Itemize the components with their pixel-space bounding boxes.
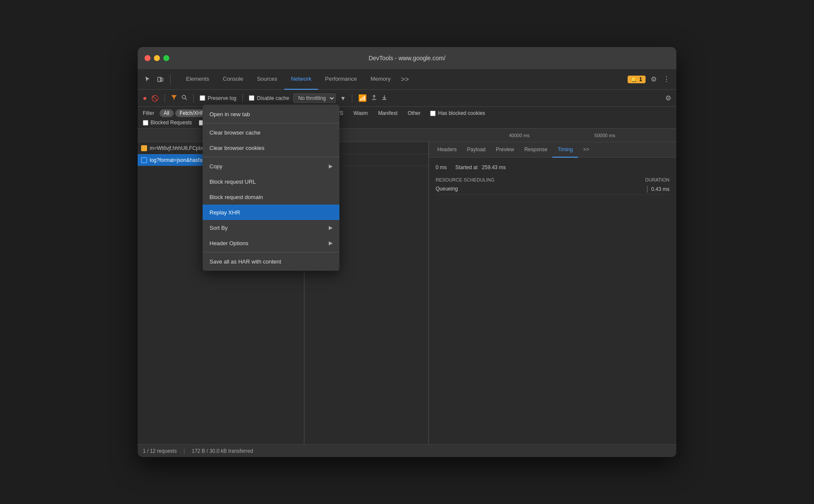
ctx-separator-3 <box>203 252 339 252</box>
tab-toolbar: Elements Console Sources Network Perform… <box>138 69 676 90</box>
filter-wasm[interactable]: Wasm <box>349 109 372 117</box>
tab-timing[interactable]: Timing <box>552 142 578 158</box>
tab-elements[interactable]: Elements <box>179 69 216 90</box>
title-bar: DevTools - www.google.com/ <box>138 47 676 69</box>
preserve-log-checkbox[interactable]: Preserve log <box>200 95 236 101</box>
ctx-clear-cookies[interactable]: Clear browser cookies <box>203 140 339 155</box>
throttle-dropdown-icon[interactable]: ▼ <box>340 95 346 102</box>
tab-sources[interactable]: Sources <box>250 69 284 90</box>
queueing-label: Queueing <box>436 186 458 193</box>
svg-point-2 <box>182 95 186 99</box>
bell-icon: 🔔 <box>631 76 637 82</box>
tab-response[interactable]: Response <box>519 142 552 158</box>
ctx-save-har[interactable]: Save all as HAR with content <box>203 254 339 269</box>
toolbar-right: 🔔 1 ⚙ ⋮ <box>628 75 671 84</box>
disable-cache-checkbox[interactable]: Disable cache <box>249 95 289 101</box>
filter-other[interactable]: Other <box>404 109 425 117</box>
throttle-select[interactable]: No throttling <box>293 94 336 103</box>
has-blocked-cookies-check[interactable]: Has blocked cookies <box>430 110 485 116</box>
clear-button[interactable]: 🚫 <box>151 95 159 102</box>
more-options-icon[interactable]: ⋮ <box>662 75 671 84</box>
download-icon[interactable] <box>381 94 387 102</box>
tab-preview[interactable]: Preview <box>491 142 519 158</box>
ctx-separator-2 <box>203 157 339 157</box>
network-toolbar: ● 🚫 Preserve log Disable cache No thrott… <box>138 90 676 107</box>
net-separator-4 <box>352 94 352 103</box>
maximize-button[interactable] <box>163 55 169 61</box>
ctx-clear-cache[interactable]: Clear browser cache <box>203 125 339 140</box>
disable-cache-input[interactable] <box>249 95 254 101</box>
ctx-open-new-tab[interactable]: Open in new tab <box>203 106 339 122</box>
ctx-sort-by[interactable]: Sort By ▶ <box>203 220 339 235</box>
minimize-button[interactable] <box>154 55 160 61</box>
traffic-lights <box>145 55 169 61</box>
detail-more-tabs[interactable]: >> <box>578 142 594 158</box>
timing-0ms: 0 ms <box>436 164 447 170</box>
copy-submenu-arrow: ▶ <box>329 163 333 169</box>
blocked-requests-input[interactable] <box>143 120 148 126</box>
ctx-block-domain[interactable]: Block request domain <box>203 189 339 205</box>
blocked-requests-check[interactable]: Blocked Requests <box>143 120 192 126</box>
gear-icon[interactable]: ⚙ <box>665 94 671 102</box>
net-separator-3 <box>242 94 243 103</box>
net-separator-1 <box>165 94 165 103</box>
ctx-separator-1 <box>203 123 339 123</box>
upload-icon[interactable] <box>371 94 377 102</box>
tab-performance[interactable]: Performance <box>318 69 363 90</box>
tab-payload[interactable]: Payload <box>462 142 490 158</box>
notification-badge[interactable]: 🔔 1 <box>628 76 646 83</box>
requests-count: 1 / 12 requests <box>143 448 177 454</box>
resource-scheduling-header: Resource Scheduling DURATION <box>436 174 669 184</box>
filter-all[interactable]: All <box>159 109 174 117</box>
filter-manifest[interactable]: Manifest <box>374 109 401 117</box>
timing-bar <box>647 186 648 193</box>
request-icon-blue <box>141 157 147 163</box>
preserve-log-input[interactable] <box>200 95 205 101</box>
status-bar: 1 / 12 requests | 172 B / 30.0 kB transf… <box>138 444 676 457</box>
svg-line-3 <box>185 98 187 100</box>
more-tabs-button[interactable]: >> <box>398 76 413 83</box>
started-label: Started at <box>455 164 478 170</box>
tab-console[interactable]: Console <box>216 69 250 90</box>
sort-submenu-arrow: ▶ <box>329 225 333 231</box>
ctx-header-options[interactable]: Header Options ▶ <box>203 235 339 251</box>
has-blocked-cookies-input[interactable] <box>430 111 436 116</box>
transfer-size: 172 B / 30.0 kB transferred <box>192 448 253 454</box>
device-icon[interactable] <box>156 75 165 84</box>
tab-memory[interactable]: Memory <box>364 69 398 90</box>
ctx-copy[interactable]: Copy ▶ <box>203 158 339 174</box>
window-title: DevTools - www.google.com/ <box>369 55 445 62</box>
ctx-block-url[interactable]: Block request URL <box>203 174 339 189</box>
main-tabs: Elements Console Sources Network Perform… <box>179 69 412 90</box>
filter-label: Filter <box>143 110 154 116</box>
detail-content: 0 ms Started at 259.43 ms Resource Sched… <box>429 158 676 444</box>
detail-panel: Headers Payload Preview Response Timing … <box>428 142 676 444</box>
tab-network[interactable]: Network <box>284 69 319 90</box>
timing-started: 0 ms Started at 259.43 ms <box>436 163 669 174</box>
ctx-replay-xhr[interactable]: Replay XHR <box>203 205 339 220</box>
started-value: 259.43 ms <box>482 164 506 170</box>
devtools-window: DevTools - www.google.com/ Elements Cons… <box>138 47 676 457</box>
wifi-icon: 📶 <box>358 94 367 102</box>
filter-icon[interactable] <box>171 94 177 102</box>
detail-tabs: Headers Payload Preview Response Timing … <box>429 142 676 158</box>
settings-icon[interactable]: ⚙ <box>649 75 658 84</box>
record-button[interactable]: ● <box>143 94 147 102</box>
marker-50000: 50000 ms <box>595 133 615 138</box>
queueing-row: Queueing 0.43 ms <box>436 184 669 195</box>
svg-rect-1 <box>160 78 163 81</box>
cursor-icon[interactable] <box>143 75 152 84</box>
request-icon-yellow <box>141 145 147 151</box>
net-separator-2 <box>193 94 194 103</box>
toolbar-separator <box>170 74 171 85</box>
status-sep-1: | <box>183 448 185 454</box>
queueing-value: 0.43 ms <box>651 186 669 192</box>
tab-headers[interactable]: Headers <box>432 142 462 158</box>
context-menu: Open in new tab Clear browser cache Clea… <box>203 105 339 271</box>
close-button[interactable] <box>145 55 150 61</box>
search-icon[interactable] <box>181 94 187 102</box>
header-options-submenu-arrow: ▶ <box>329 240 333 246</box>
marker-40000: 40000 ms <box>509 133 530 138</box>
